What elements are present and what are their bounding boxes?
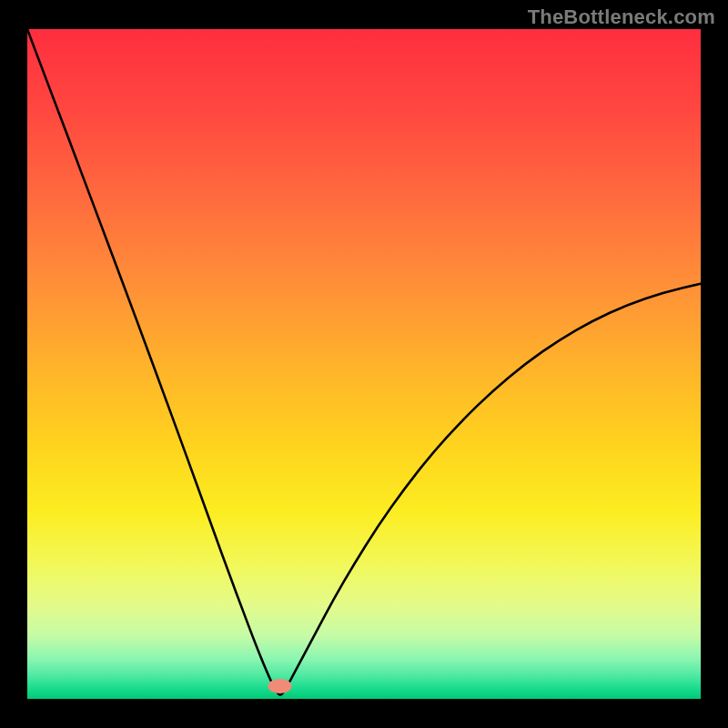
watermark-label: TheBottleneck.com bbox=[528, 5, 715, 29]
optimum-marker bbox=[268, 679, 292, 693]
plot-background bbox=[27, 29, 701, 699]
chart-frame: TheBottleneck.com bbox=[0, 0, 728, 728]
bottleneck-chart bbox=[0, 0, 728, 728]
